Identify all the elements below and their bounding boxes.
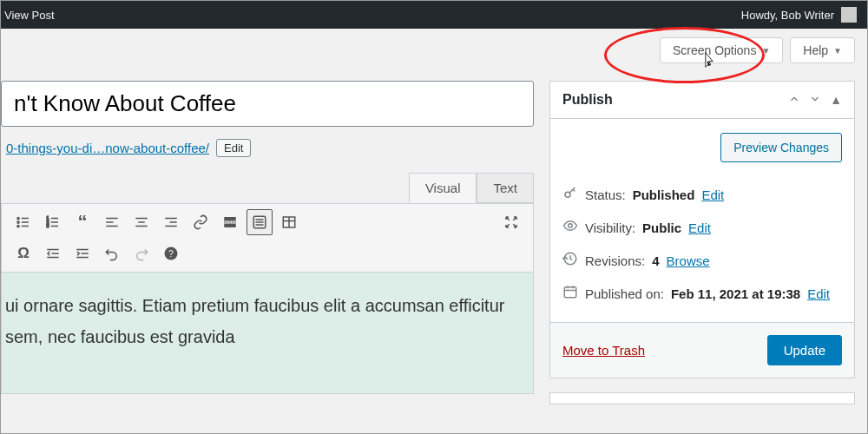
redo-icon[interactable] bbox=[128, 240, 155, 266]
status-edit-link[interactable]: Edit bbox=[701, 187, 724, 202]
contextual-tabs: Screen Options ▼ Help ▼ bbox=[1, 29, 867, 63]
read-more-icon[interactable] bbox=[217, 209, 243, 235]
view-post-link[interactable]: View Post bbox=[4, 9, 55, 22]
visibility-edit-link[interactable]: Edit bbox=[688, 220, 711, 235]
editor-content[interactable]: ui ornare sagittis. Etiam pretium faucib… bbox=[1, 273, 534, 394]
quote-icon[interactable]: “ bbox=[69, 209, 95, 235]
help-label: Help bbox=[803, 43, 828, 57]
screen-options-button[interactable]: Screen Options ▼ bbox=[660, 37, 783, 63]
calendar-icon bbox=[562, 284, 578, 303]
published-label: Published on: bbox=[585, 286, 664, 301]
tab-visual[interactable]: Visual bbox=[409, 173, 477, 203]
status-row: Status: Published Edit bbox=[562, 178, 842, 211]
special-character-icon[interactable]: Ω bbox=[10, 240, 36, 266]
revisions-label: Revisions: bbox=[585, 253, 645, 268]
screen-options-label: Screen Options bbox=[673, 43, 757, 57]
post-title-input[interactable] bbox=[1, 81, 534, 127]
visibility-row: Visibility: Public Edit bbox=[562, 211, 842, 244]
move-up-icon[interactable] bbox=[788, 93, 800, 108]
revisions-value: 4 bbox=[652, 253, 659, 268]
svg-rect-22 bbox=[224, 224, 236, 228]
permalink-row: 0-things-you-di…now-about-coffee/ Edit bbox=[6, 139, 534, 157]
status-label: Status: bbox=[585, 187, 626, 202]
preview-changes-button[interactable]: Preview Changes bbox=[720, 133, 842, 162]
fullscreen-icon[interactable] bbox=[498, 209, 524, 235]
svg-point-4 bbox=[17, 225, 19, 227]
published-edit-link[interactable]: Edit bbox=[807, 286, 830, 301]
help-icon[interactable]: ? bbox=[158, 240, 184, 266]
svg-point-0 bbox=[17, 217, 19, 219]
editor-wrap: Visual Text 123 “ bbox=[1, 173, 534, 394]
move-to-trash-link[interactable]: Move to Trash bbox=[562, 343, 645, 358]
toolbar-toggle-icon[interactable] bbox=[247, 209, 273, 235]
permalink-link[interactable]: 0-things-you-di…now-about-coffee/ bbox=[6, 141, 209, 155]
caret-down-icon: ▼ bbox=[761, 46, 770, 56]
table-icon[interactable] bbox=[276, 209, 302, 235]
svg-text:?: ? bbox=[168, 248, 174, 259]
eye-icon bbox=[562, 218, 578, 237]
tab-text[interactable]: Text bbox=[477, 173, 534, 203]
publish-box: Publish ▲ Preview Changes Status: Publis… bbox=[549, 81, 855, 378]
visibility-value: Public bbox=[642, 220, 681, 235]
side-column: Publish ▲ Preview Changes Status: Publis… bbox=[549, 81, 855, 418]
outdent-icon[interactable] bbox=[40, 240, 66, 266]
published-row: Published on: Feb 11, 2021 at 19:38 Edit bbox=[562, 277, 842, 310]
indent-icon[interactable] bbox=[69, 240, 95, 266]
revisions-icon bbox=[562, 251, 578, 270]
main-column: 0-things-you-di…now-about-coffee/ Edit V… bbox=[1, 81, 534, 418]
publish-box-header[interactable]: Publish ▲ bbox=[550, 82, 854, 119]
editor-toolbar: 123 “ Ω ? bbox=[1, 203, 534, 273]
svg-rect-42 bbox=[564, 287, 576, 298]
greeting-text[interactable]: Howdy, Bob Writer bbox=[741, 9, 834, 22]
svg-point-39 bbox=[565, 192, 570, 197]
update-button[interactable]: Update bbox=[767, 335, 842, 365]
svg-rect-21 bbox=[224, 217, 236, 221]
help-button[interactable]: Help ▼ bbox=[790, 37, 855, 63]
permalink-edit-button[interactable]: Edit bbox=[216, 139, 251, 157]
numbered-list-icon[interactable]: 123 bbox=[40, 209, 66, 235]
next-postbox-edge bbox=[549, 392, 855, 404]
revisions-browse-link[interactable]: Browse bbox=[667, 253, 710, 268]
svg-text:3: 3 bbox=[47, 223, 49, 228]
published-value: Feb 11, 2021 at 19:38 bbox=[671, 286, 800, 301]
svg-point-2 bbox=[17, 221, 19, 223]
revisions-row: Revisions: 4 Browse bbox=[562, 244, 842, 277]
move-down-icon[interactable] bbox=[809, 93, 821, 108]
key-icon bbox=[562, 185, 578, 204]
align-right-icon[interactable] bbox=[158, 209, 184, 235]
avatar[interactable] bbox=[841, 7, 857, 23]
svg-point-40 bbox=[569, 224, 573, 228]
undo-icon[interactable] bbox=[99, 240, 125, 266]
bullet-list-icon[interactable] bbox=[10, 209, 36, 235]
status-value: Published bbox=[633, 187, 695, 202]
align-center-icon[interactable] bbox=[128, 209, 155, 235]
caret-down-icon: ▼ bbox=[833, 46, 842, 56]
visibility-label: Visibility: bbox=[585, 220, 635, 235]
link-icon[interactable] bbox=[187, 209, 214, 235]
toggle-panel-icon[interactable]: ▲ bbox=[830, 93, 842, 108]
align-left-icon[interactable] bbox=[99, 209, 125, 235]
publish-heading: Publish bbox=[562, 92, 613, 108]
admin-bar: View Post Howdy, Bob Writer bbox=[1, 1, 867, 29]
